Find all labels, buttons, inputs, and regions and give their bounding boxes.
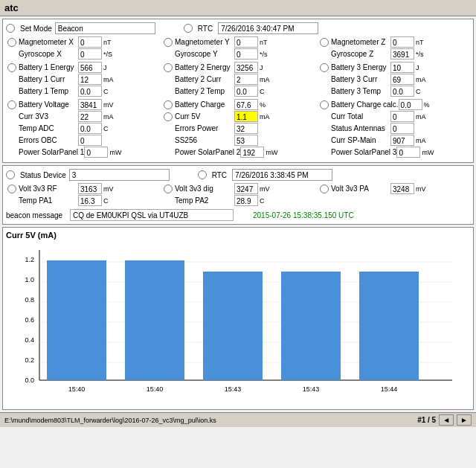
set-mode-value[interactable]: Beacon — [55, 22, 155, 34]
bat3-temp-value: 0.0 — [390, 86, 414, 97]
gyro-z-value: 3691 — [390, 48, 414, 60]
svg-text:0.4: 0.4 — [25, 336, 34, 344]
col2-mag: Magnetometer Y 0 nT Gyroscope Y 0 */s — [162, 36, 318, 61]
power-col2: Battery Charge 67.6 % Curr 5V 1.1 mA Err… — [162, 98, 318, 159]
gyro-y-label: Gyroscope Y — [175, 50, 234, 58]
mag-z-radio[interactable] — [320, 38, 329, 47]
volt3v3rf-row: Volt 3v3 RF 3163 mV — [7, 183, 161, 194]
volt3v3dig-radio[interactable] — [164, 185, 173, 193]
bottom-bar: E:\mund\modem803\TLM_forwarder\log\2016-… — [0, 412, 476, 427]
volt3v3dig-value: 3247 — [234, 183, 258, 194]
errors-obc-label: Errors OBC — [19, 136, 78, 144]
volt3v3rf-radio[interactable] — [7, 185, 16, 193]
bat1-energy-unit: J — [103, 64, 117, 71]
bat1-temp-row: Battery 1 Temp 0.0 C — [7, 86, 161, 97]
power-sp3-value: 0 — [396, 147, 420, 158]
curr3v3-unit: mA — [103, 113, 117, 121]
power-sp2-unit: mW — [266, 149, 279, 156]
power-row: Battery Voltage 3841 mV Curr 3V3 22 mA T… — [6, 98, 470, 159]
bat3-energy-unit: J — [416, 64, 429, 71]
status-ant-row: Status Antennas 0 — [320, 123, 473, 134]
volt-col3: Volt 3v3 PA 3248 mV — [318, 182, 475, 208]
bat1-energy-radio[interactable] — [7, 63, 16, 72]
beacon-value[interactable]: CQ de EM0UKPI QSL via UT4UZB — [70, 209, 234, 221]
bat-charge-calc-value: 0.0 — [399, 99, 422, 110]
bat2-energy-radio[interactable] — [164, 63, 173, 72]
curr-sp-main-label: Curr SP-Main — [331, 136, 390, 144]
page-indicator: #1 / 5 — [417, 416, 436, 424]
volt3v3pa-radio[interactable] — [320, 185, 329, 193]
mag-y-row: Magnetometer Y 0 nT — [164, 36, 317, 48]
bar-1 — [47, 260, 106, 380]
bat2-curr-label: Battery 2 Curr — [175, 75, 234, 83]
bar-3 — [203, 272, 263, 380]
mag-x-radio[interactable] — [7, 38, 16, 47]
bat1-temp-value: 0.0 — [78, 86, 102, 97]
status-device-radio[interactable] — [6, 170, 15, 179]
svg-text:0.6: 0.6 — [25, 316, 34, 324]
chart-title: Curr 5V (mA) — [6, 231, 470, 240]
bat3-curr-unit: mA — [416, 76, 429, 83]
curr-total-value: 0 — [390, 111, 414, 122]
col3-mag: Magnetometer Z 0 nT Gyroscope Z 3691 */s — [318, 36, 475, 61]
section-status: Status Device 3 RTC 7/26/2016 3:38:45 PM… — [2, 165, 474, 225]
bat-charge-radio[interactable] — [164, 100, 173, 109]
curr-sp-main-unit: mA — [416, 137, 429, 144]
curr3v3-row: Curr 3V3 22 mA — [7, 111, 161, 122]
errors-power-label: Errors Power — [175, 124, 234, 132]
bat2-temp-row: Battery 2 Temp 0.0 C — [164, 86, 317, 97]
gyro-y-row: Gyroscope Y 0 */s — [164, 48, 317, 60]
svg-text:1.2: 1.2 — [25, 256, 34, 263]
svg-text:0.0: 0.0 — [25, 376, 34, 384]
power-col3: Battery Charge calc. 0.0 % Curr Total 0 … — [318, 98, 475, 159]
bat-charge-calc-row: Battery Charge calc. 0.0 % — [320, 99, 473, 110]
volt3v3rf-unit: mV — [103, 185, 117, 193]
battery-row: Battery 1 Energy 566 J Battery 1 Curr 12… — [6, 61, 470, 98]
bat1-temp-unit: C — [103, 88, 117, 95]
bat3-curr-label: Battery 3 Curr — [331, 75, 390, 83]
col1-mag: Magnetometer X 0 nT Gyroscope X 0 */S — [6, 36, 162, 61]
ss256-label: SS256 — [175, 136, 234, 144]
temp-adc-unit: C — [103, 125, 117, 132]
volt3v3rf-label: Volt 3v3 RF — [19, 185, 78, 193]
chart-svg: 0.0 0.2 0.4 0.6 0.8 1.0 1.2 — [6, 243, 458, 406]
title-bar: atc — [0, 0, 476, 16]
bat-charge-calc-radio[interactable] — [320, 100, 329, 109]
bat-charge-row: Battery Charge 67.6 % — [164, 99, 317, 110]
bat1-temp-label: Battery 1 Temp — [19, 87, 78, 95]
power-sp2-value: 192 — [240, 147, 264, 158]
svg-text:1.0: 1.0 — [25, 276, 34, 283]
prev-button[interactable]: ◄ — [439, 414, 454, 426]
rtc2-radio[interactable] — [198, 170, 207, 179]
bat3-temp-unit: C — [416, 88, 429, 95]
bat3-energy-radio[interactable] — [320, 63, 329, 72]
rtc2-label: RTC — [212, 171, 227, 179]
svg-text:15:43: 15:43 — [225, 385, 242, 393]
bat3-energy-label: Battery 3 Energy — [331, 63, 390, 71]
bar-5 — [359, 272, 419, 380]
rtc1-value[interactable]: 7/26/2016 3:40:47 PM — [218, 22, 318, 34]
bat2-temp-label: Battery 2 Temp — [175, 87, 234, 95]
gyro-x-unit: */S — [103, 51, 117, 58]
curr5v-radio[interactable] — [164, 112, 173, 121]
rtc1-radio[interactable] — [184, 24, 193, 33]
mag-y-radio[interactable] — [164, 38, 173, 47]
rtc2-value[interactable]: 7/26/2016 3:38:45 PM — [232, 169, 332, 181]
bar-2 — [125, 260, 184, 380]
gyro-x-row: Gyroscope X 0 */S — [7, 48, 161, 60]
bat-voltage-radio[interactable] — [7, 100, 16, 109]
bat2-energy-value: 3256 — [234, 62, 258, 73]
bat-voltage-label: Battery Voltage — [19, 100, 78, 109]
mag-z-value: 0 — [390, 36, 414, 48]
bat1-energy-row: Battery 1 Energy 566 J — [7, 62, 161, 73]
bat3-temp-row: Battery 3 Temp 0.0 C — [320, 86, 473, 97]
status-device-value[interactable]: 3 — [69, 169, 170, 181]
set-mode-label: Set Mode — [20, 25, 52, 33]
set-mode-radio[interactable] — [6, 24, 15, 33]
curr5v-unit: mA — [260, 113, 273, 121]
temp-adc-row: Temp ADC 0.0 C — [7, 123, 161, 134]
next-button[interactable]: ► — [457, 414, 472, 426]
bat-charge-label: Battery Charge — [175, 100, 234, 109]
bat2-energy-label: Battery 2 Energy — [175, 63, 234, 71]
curr-sp-main-value: 907 — [390, 135, 414, 146]
